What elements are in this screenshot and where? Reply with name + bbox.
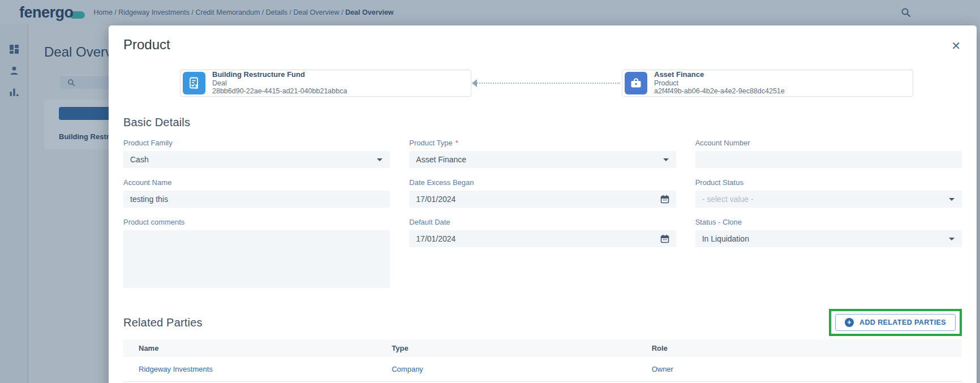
product-status-field: Product Status - select value - bbox=[695, 179, 962, 208]
add-related-parties-label: ADD RELATED PARTIES bbox=[859, 319, 946, 326]
chevron-down-icon bbox=[663, 158, 669, 161]
product-type-field: Product Type * Asset Finance bbox=[409, 139, 676, 168]
product-type-label: Product Type * bbox=[409, 139, 676, 147]
product-family-field: Product Family Cash bbox=[123, 139, 390, 168]
relationship-connector-line bbox=[473, 83, 620, 84]
briefcase-icon bbox=[625, 72, 647, 94]
default-date-input[interactable]: 17/01/2024 bbox=[409, 230, 676, 247]
product-status-select[interactable]: - select value - bbox=[695, 191, 962, 208]
table-header-row: Name Type Role bbox=[123, 339, 962, 357]
product-status-label: Product Status bbox=[695, 179, 962, 187]
account-number-input[interactable] bbox=[695, 151, 962, 168]
column-header-name: Name bbox=[123, 344, 392, 352]
product-comments-field: Product comments bbox=[123, 218, 390, 288]
product-node-id: a2f4f49b-ab06-4b2e-a4e2-9ec88dc4251e bbox=[654, 87, 785, 96]
basic-details-form: Product Family Cash Product Type * Asset… bbox=[123, 139, 962, 288]
relationship-diagram: Building Restructure Fund Deal 28bb6d90-… bbox=[123, 70, 962, 97]
product-comments-input[interactable] bbox=[123, 230, 390, 288]
deal-node-title: Building Restructure Fund bbox=[212, 71, 347, 79]
column-header-role: Role bbox=[652, 344, 962, 352]
deal-document-icon bbox=[183, 72, 205, 94]
product-modal: Product ✕ Building Restructure Fund bbox=[109, 25, 977, 383]
account-name-input[interactable]: testing this bbox=[123, 191, 390, 208]
required-asterisk: * bbox=[455, 139, 458, 147]
account-name-field: Account Name testing this bbox=[123, 179, 390, 208]
deal-node-type: Deal bbox=[212, 79, 347, 88]
related-party-type: Company bbox=[392, 365, 651, 373]
product-family-label: Product Family bbox=[123, 139, 390, 147]
deal-node-card[interactable]: Building Restructure Fund Deal 28bb6d90-… bbox=[180, 70, 471, 97]
select-placeholder: - select value - bbox=[702, 195, 754, 204]
related-parties-heading: Related Parties bbox=[123, 316, 203, 329]
chevron-down-icon bbox=[949, 198, 955, 201]
chevron-down-icon bbox=[377, 158, 382, 161]
product-node-title: Asset Finance bbox=[654, 71, 785, 79]
basic-details-heading: Basic Details bbox=[123, 116, 962, 129]
column-header-type: Type bbox=[392, 344, 651, 352]
plus-circle-icon: + bbox=[845, 318, 854, 327]
date-excess-began-field: Date Excess Began 17/01/2024 bbox=[409, 179, 676, 208]
product-node-type: Product bbox=[654, 79, 785, 88]
highlight-annotation-box: + ADD RELATED PARTIES bbox=[829, 309, 962, 336]
table-row: Ridgeway Investments Company Owner bbox=[123, 357, 962, 382]
account-number-field: Account Number bbox=[695, 139, 962, 168]
default-date-field: Default Date 17/01/2024 bbox=[409, 218, 676, 247]
status-clone-select[interactable]: In Liquidation bbox=[695, 230, 962, 247]
date-excess-began-label: Date Excess Began bbox=[409, 179, 676, 187]
account-name-label: Account Name bbox=[123, 179, 390, 187]
product-node-card[interactable]: Asset Finance Product a2f4f49b-ab06-4b2e… bbox=[622, 70, 913, 97]
product-type-select[interactable]: Asset Finance bbox=[409, 151, 676, 168]
screen: fenergo Home / Ridgeway Investments / Cr… bbox=[0, 0, 980, 383]
chevron-down-icon bbox=[949, 238, 955, 240]
calendar-icon[interactable] bbox=[660, 195, 669, 204]
product-family-select[interactable]: Cash bbox=[123, 151, 390, 168]
modal-title: Product bbox=[123, 25, 962, 53]
related-parties-header-row: Related Parties + ADD RELATED PARTIES bbox=[123, 309, 962, 336]
status-clone-label: Status - Clone bbox=[695, 218, 962, 226]
related-parties-table: Name Type Role Ridgeway Investments Comp… bbox=[123, 339, 962, 382]
close-icon[interactable]: ✕ bbox=[951, 40, 961, 51]
related-party-role: Owner bbox=[652, 365, 962, 373]
deal-node-id: 28bb6d90-22ae-4415-ad21-040bb21abbca bbox=[212, 87, 347, 96]
add-related-parties-button[interactable]: + ADD RELATED PARTIES bbox=[835, 314, 956, 331]
default-date-label: Default Date bbox=[409, 218, 676, 226]
status-clone-field: Status - Clone In Liquidation bbox=[695, 218, 962, 247]
arrow-left-icon bbox=[472, 79, 477, 87]
account-number-label: Account Number bbox=[695, 139, 962, 147]
calendar-icon[interactable] bbox=[660, 234, 669, 243]
product-comments-label: Product comments bbox=[123, 218, 390, 226]
related-party-name-link[interactable]: Ridgeway Investments bbox=[123, 365, 392, 373]
date-excess-began-input[interactable]: 17/01/2024 bbox=[409, 191, 676, 208]
